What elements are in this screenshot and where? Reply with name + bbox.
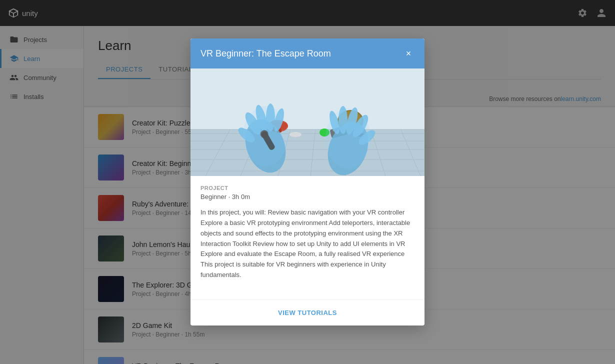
modal-body: PROJECT Beginner · 3h 0m In this project…	[190, 176, 424, 300]
modal-close-button[interactable]: ×	[402, 48, 414, 60]
svg-point-26	[290, 132, 302, 137]
modal-overlay[interactable]: VR Beginner: The Escape Room ×	[0, 0, 615, 364]
modal-header: VR Beginner: The Escape Room ×	[190, 38, 424, 68]
view-tutorials-button[interactable]: VIEW TUTORIALS	[274, 307, 341, 318]
modal-duration: Beginner · 3h 0m	[200, 193, 414, 200]
modal-footer: VIEW TUTORIALS	[190, 300, 424, 326]
modal-type-label: PROJECT	[200, 185, 414, 191]
modal-hero-image	[190, 68, 424, 176]
svg-rect-1	[190, 128, 424, 176]
modal-title: VR Beginner: The Escape Room	[200, 48, 331, 59]
modal-dialog: VR Beginner: The Escape Room ×	[190, 38, 424, 326]
svg-rect-14	[190, 68, 424, 130]
svg-point-40	[326, 108, 370, 168]
modal-description: In this project, you will: Review basic …	[200, 208, 414, 280]
